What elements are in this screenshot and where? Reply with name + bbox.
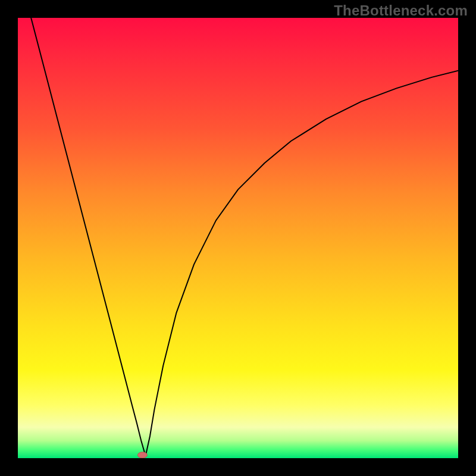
- curve-right-branch: [146, 71, 458, 456]
- chart-frame: TheBottleneck.com: [0, 0, 476, 476]
- plot-area: [18, 18, 458, 458]
- curve-left-branch: [31, 18, 145, 456]
- minimum-marker: [137, 452, 147, 458]
- curve-svg: [18, 18, 458, 458]
- watermark-text: TheBottleneck.com: [334, 2, 468, 19]
